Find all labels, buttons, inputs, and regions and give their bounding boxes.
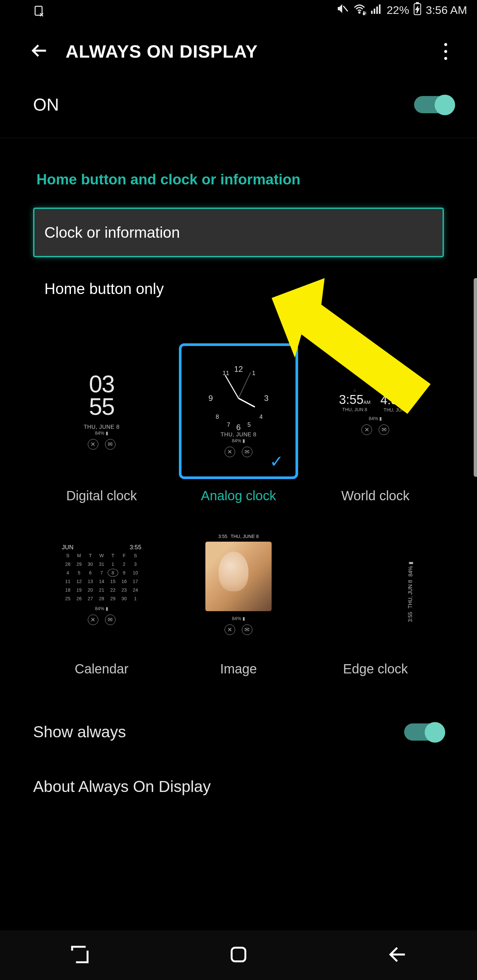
setting-label: Show always — [33, 723, 126, 741]
signal-icon — [370, 2, 383, 18]
more-options-button[interactable] — [444, 43, 447, 60]
preview-battery: 84% ▮ — [232, 438, 245, 443]
back-button[interactable] — [30, 41, 48, 61]
selected-check-icon: ✓ — [270, 452, 284, 471]
svg-rect-7 — [374, 9, 375, 14]
missed-call-icon: ✕ — [225, 624, 235, 635]
svg-line-3 — [343, 6, 348, 11]
digital-time-top: 03 — [89, 373, 114, 395]
style-label: Image — [220, 662, 257, 676]
preview-battery: 84% ▮ — [95, 606, 108, 611]
world-left-time: 3:55AM — [339, 393, 370, 407]
style-image[interactable]: 3:55 THU, JUNE 8 84% ▮ ✕ ✉ Image — [170, 517, 307, 676]
preview-date: THU, JUNE 8 — [221, 431, 256, 438]
master-toggle-switch[interactable] — [414, 96, 454, 113]
style-world-clock[interactable]: ⌂ 3:55AM THU, JUN 8 Seoul 4:55AM THU, JU… — [307, 343, 444, 503]
preview-date: THU, JUNE 8 — [83, 424, 119, 430]
style-preview: 03 55 THU, JUNE 8 84% ▮ ✕ ✉ — [42, 343, 161, 479]
svg-rect-15 — [231, 948, 245, 961]
missed-call-icon: ✕ — [88, 614, 98, 625]
back-nav-button[interactable] — [386, 943, 409, 967]
option-clock-or-information[interactable]: Clock or information — [33, 208, 444, 257]
svg-rect-9 — [379, 4, 381, 14]
home-button[interactable] — [228, 944, 249, 966]
setting-show-always[interactable]: Show always — [0, 680, 477, 759]
style-label: Analog clock — [201, 488, 276, 503]
image-date: THU, JUNE 8 — [231, 534, 259, 539]
title-bar: ALWAYS ON DISPLAY — [0, 20, 477, 78]
clock-style-grid: 03 55 THU, JUNE 8 84% ▮ ✕ ✉ Digital cloc… — [0, 313, 477, 680]
calendar-grid: SMTWTFS 28293031123 45678910 11121314151… — [62, 551, 142, 603]
style-label: World clock — [341, 488, 409, 503]
style-label: Digital clock — [66, 488, 137, 503]
mail-icon: ✉ — [379, 425, 389, 435]
missed-call-icon: ✕ — [88, 439, 98, 450]
style-analog-clock[interactable]: 12 1 11 3 9 6 4 5 7 8 THU, JUNE 8 84% ▮ … — [170, 343, 307, 503]
content-options-list: Clock or information Home button only — [0, 208, 477, 313]
style-preview: 12 1 11 3 9 6 4 5 7 8 THU, JUNE 8 84% ▮ … — [179, 343, 298, 479]
image-time: 3:55 — [218, 534, 227, 539]
svg-rect-11 — [416, 3, 419, 4]
calendar-month: JUN — [62, 544, 73, 551]
option-home-button-only[interactable]: Home button only — [33, 264, 444, 313]
status-time: 3:56 AM — [426, 4, 467, 17]
option-label: Clock or information — [45, 224, 180, 241]
style-preview: ⌂ 3:55AM THU, JUN 8 Seoul 4:55AM THU, JU… — [316, 343, 435, 479]
missed-call-icon: ✕ — [225, 447, 235, 457]
world-city: Seoul — [390, 388, 402, 393]
recents-button[interactable] — [68, 943, 91, 967]
style-digital-clock[interactable]: 03 55 THU, JUNE 8 84% ▮ ✕ ✉ Digital cloc… — [33, 343, 170, 503]
mute-vibrate-icon — [335, 2, 349, 18]
wifi-icon: ↓↑ — [353, 2, 366, 18]
style-preview: 3:55 THU, JUN 8 84% ▮ — [316, 517, 435, 652]
mail-icon: ✉ — [105, 614, 116, 625]
world-right-time: 4:55AM — [380, 393, 412, 407]
missed-call-icon: ✕ — [361, 425, 372, 435]
master-toggle-row[interactable]: ON — [0, 78, 477, 138]
status-bar: ↓↑ 22% 3:56 AM — [0, 0, 477, 20]
preview-battery: 84% ▮ — [232, 616, 245, 621]
setting-label: About Always On Display — [33, 777, 211, 795]
battery-icon — [413, 2, 422, 18]
style-label: Edge clock — [343, 662, 408, 676]
svg-rect-8 — [376, 6, 378, 14]
mail-icon: ✉ — [242, 624, 252, 635]
digital-time-bottom: 55 — [89, 395, 114, 418]
preview-battery: 84% ▮ — [369, 416, 382, 421]
sample-photo — [205, 542, 272, 611]
option-label: Home button only — [45, 280, 164, 298]
navigation-bar — [0, 930, 477, 980]
style-preview: JUN 3:55 SMTWTFS 28293031123 45678910 11… — [42, 517, 161, 652]
analog-clock-face: 12 1 11 3 9 6 4 5 7 8 — [205, 365, 272, 431]
setting-about[interactable]: About Always On Display — [0, 759, 477, 814]
battery-percent: 22% — [386, 4, 409, 17]
svg-rect-6 — [371, 11, 373, 14]
calendar-time: 3:55 — [130, 544, 142, 551]
svg-marker-12 — [416, 6, 419, 13]
section-heading: Home button and clock or information — [0, 138, 477, 208]
mail-icon: ✉ — [242, 447, 252, 457]
preview-battery: 84% ▮ — [95, 430, 108, 436]
svg-text:↓↑: ↓↑ — [363, 10, 366, 15]
master-toggle-label: ON — [33, 95, 59, 115]
svg-point-4 — [359, 12, 360, 13]
show-always-toggle[interactable] — [404, 724, 444, 741]
edge-clock-text: 3:55 THU, JUN 8 84% ▮ — [407, 562, 414, 622]
mail-icon: ✉ — [105, 439, 116, 450]
world-left-date: THU, JUN 8 — [342, 407, 367, 412]
style-label: Calendar — [75, 662, 129, 676]
sim-icon — [33, 5, 45, 20]
style-calendar[interactable]: JUN 3:55 SMTWTFS 28293031123 45678910 11… — [33, 517, 170, 676]
scrollbar[interactable] — [474, 278, 477, 477]
style-preview: 3:55 THU, JUNE 8 84% ▮ ✕ ✉ — [179, 517, 298, 652]
style-edge-clock[interactable]: 3:55 THU, JUN 8 84% ▮ Edge clock — [307, 517, 444, 676]
world-right-date: THU, JUN 8 — [384, 407, 408, 412]
page-title: ALWAYS ON DISPLAY — [65, 41, 258, 62]
